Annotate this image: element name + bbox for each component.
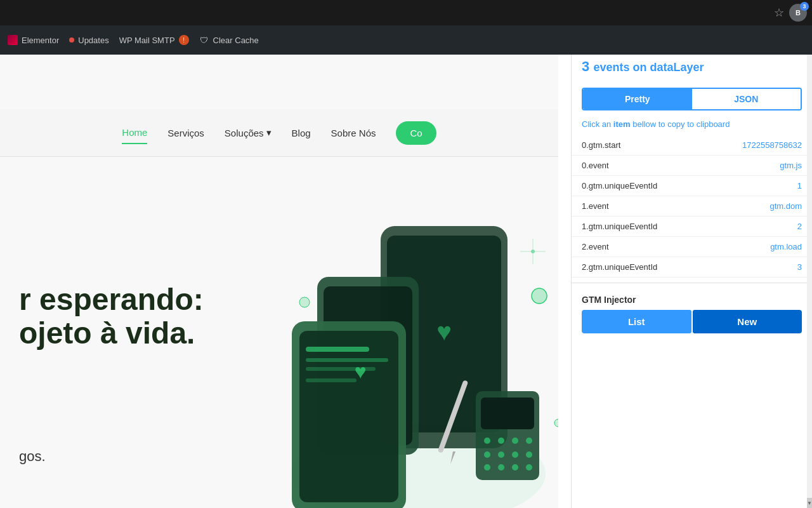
site-content: Home Serviços Soluções ▾ Blog Sobre Nós …	[0, 55, 558, 508]
svg-point-26	[498, 464, 504, 471]
svg-point-18	[498, 438, 504, 444]
gtm-new-button[interactable]: New	[693, 310, 802, 333]
chrome-bar: ☆ B 3	[0, 0, 812, 25]
nav-solucoes[interactable]: Soluções ▾	[225, 122, 272, 144]
hero-sub: gos.	[19, 448, 46, 465]
events-label: events on dataLayer	[593, 61, 704, 74]
svg-text:♥: ♥	[355, 360, 367, 383]
dl-val-3: gtm.dom	[769, 201, 802, 211]
dl-key-6: 2.gtm.uniqueEventId	[582, 262, 657, 272]
hero-line2: ojeto à vida.	[19, 317, 204, 351]
gtm-list-button[interactable]: List	[582, 310, 691, 333]
svg-point-21	[484, 451, 490, 458]
svg-point-19	[512, 438, 518, 444]
elementor-icon	[8, 35, 18, 45]
dl-key-5: 2.event	[582, 242, 609, 251]
gtm-injector-buttons: List New	[582, 310, 802, 333]
pretty-button[interactable]: Pretty	[583, 89, 692, 109]
svg-rect-8	[306, 358, 388, 362]
updates-label: Updates	[78, 36, 108, 45]
dl-row-5[interactable]: 2.event gtm.load	[572, 237, 812, 257]
dl-row-3[interactable]: 1.event gtm.dom	[572, 196, 812, 217]
wp-mail-admin-item[interactable]: WP Mail SMTP !	[119, 35, 189, 45]
wp-admin-bar: Elementor Updates WP Mail SMTP ! 🛡 Clear…	[0, 25, 812, 55]
json-button[interactable]: JSON	[692, 89, 801, 109]
wp-mail-badge: !	[179, 35, 189, 45]
clipboard-hint: Click an item bellow to copy to clipboar…	[572, 116, 812, 135]
view-toggle: Pretty JSON	[582, 88, 802, 110]
clipboard-hint-bold: item	[613, 119, 631, 129]
svg-rect-6	[299, 331, 398, 502]
svg-point-20	[526, 438, 532, 444]
svg-rect-10	[306, 378, 357, 382]
chrome-extension-badge[interactable]: B 3	[789, 4, 807, 22]
svg-point-34	[531, 250, 535, 253]
dl-val-6: 3	[797, 262, 802, 272]
badge-count: 3	[800, 2, 809, 11]
dl-val-5: gtm.load	[770, 242, 802, 251]
events-count-text: 3 events on dataLayer	[572, 51, 812, 83]
panel-body: Data Layer 3 events on dataLayer Pretty …	[572, 26, 812, 508]
site-header: Home Serviços Soluções ▾ Blog Sobre Nós …	[0, 109, 558, 157]
gtm-injector-header: GTM Injector	[572, 288, 812, 310]
clear-cache-label: Clear Cache	[213, 36, 259, 45]
svg-rect-7	[306, 347, 369, 352]
elementor-admin-item[interactable]: Elementor	[8, 35, 59, 45]
dl-val-1: gtm.js	[780, 161, 802, 170]
svg-point-30	[299, 297, 310, 307]
dl-row-2[interactable]: 0.gtm.uniqueEventId 1	[572, 176, 812, 196]
data-layer-rows: 0.gtm.start 1722558758632 0.event gtm.js…	[572, 135, 812, 277]
svg-point-23	[512, 451, 518, 458]
events-number: 3	[582, 58, 589, 74]
hero-line1: r esperando:	[19, 283, 204, 317]
svg-point-29	[532, 288, 547, 304]
star-icon[interactable]: ☆	[774, 6, 784, 20]
panel-scrollbar[interactable]: ▲ ▼	[807, 0, 812, 508]
shield-icon: 🛡	[199, 35, 209, 45]
updates-admin-item[interactable]: Updates	[69, 36, 108, 45]
clipboard-hint-suffix: bellow to copy to clipboard	[631, 119, 730, 129]
clipboard-hint-prefix: Click an	[582, 119, 613, 129]
svg-point-22	[498, 451, 504, 458]
dl-row-1[interactable]: 0.event gtm.js	[572, 156, 812, 176]
svg-point-31	[554, 419, 558, 427]
svg-point-24	[526, 451, 532, 458]
svg-point-28	[526, 464, 532, 471]
right-panel: ⊞ ☰ ◉ ⚙ ⬡ Data Layer 3 events on dataLay…	[571, 0, 812, 508]
section-divider	[572, 283, 812, 283]
phone-illustration: ♥ ♥	[254, 201, 558, 508]
dl-val-0: 1722558758632	[742, 140, 802, 150]
updates-dot-icon	[69, 37, 74, 43]
dl-key-3: 1.event	[582, 201, 609, 211]
nav-servicos[interactable]: Serviços	[167, 123, 204, 144]
nav-sobre-nos[interactable]: Sobre Nós	[331, 123, 376, 144]
svg-text:♥: ♥	[436, 318, 452, 345]
dl-row-0[interactable]: 0.gtm.start 1722558758632	[572, 135, 812, 156]
wp-mail-label: WP Mail SMTP	[119, 36, 175, 45]
clear-cache-admin-item[interactable]: 🛡 Clear Cache	[199, 35, 259, 45]
dl-key-1: 0.event	[582, 161, 609, 170]
nav-blog[interactable]: Blog	[292, 123, 311, 144]
scroll-down-arrow[interactable]: ▼	[807, 498, 812, 508]
dl-val-4: 2	[797, 222, 802, 231]
svg-point-17	[484, 438, 490, 444]
svg-rect-16	[481, 398, 534, 429]
badge-letter: B	[796, 9, 801, 17]
dl-key-4: 1.gtm.uniqueEventId	[582, 222, 657, 231]
svg-point-27	[512, 464, 518, 471]
dl-key-0: 0.gtm.start	[582, 140, 620, 150]
elementor-label: Elementor	[22, 36, 59, 45]
dl-key-2: 0.gtm.uniqueEventId	[582, 181, 657, 190]
hero-text: r esperando: ojeto à vida.	[19, 283, 204, 351]
svg-point-25	[484, 464, 490, 471]
nav-cta-button[interactable]: Co	[396, 121, 436, 145]
dl-row-4[interactable]: 1.gtm.uniqueEventId 2	[572, 217, 812, 237]
dl-val-2: 1	[797, 181, 802, 190]
dl-row-6[interactable]: 2.gtm.uniqueEventId 3	[572, 257, 812, 277]
chevron-down-icon: ▾	[266, 127, 272, 138]
nav-home[interactable]: Home	[122, 122, 147, 144]
